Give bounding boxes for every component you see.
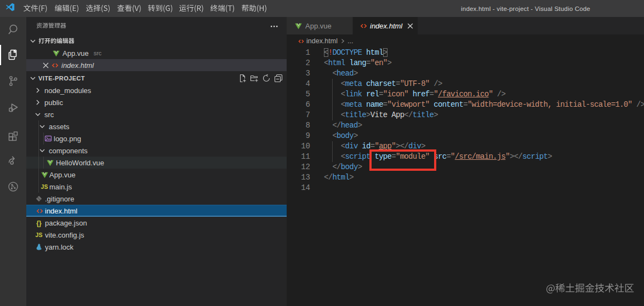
svg-text:JS: JS	[41, 183, 48, 190]
svg-text:JS: JS	[36, 232, 43, 238]
svg-text:{}: {}	[36, 220, 42, 227]
